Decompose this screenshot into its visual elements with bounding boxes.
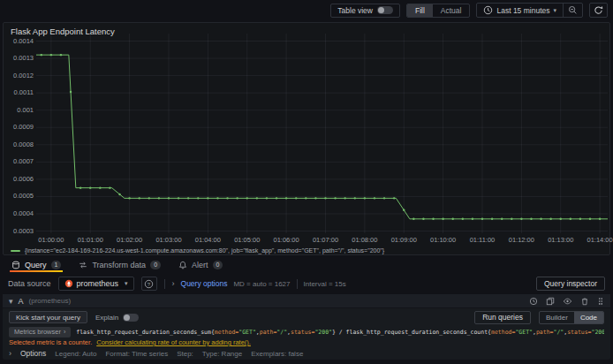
tab-alert-badge: 0 [213, 261, 223, 269]
y-tick-label: 0.0014 [4, 38, 34, 45]
table-view-toggle[interactable]: Table view [330, 4, 400, 18]
tab-alert-label: Alert [192, 261, 208, 269]
x-tick-label: 01:06:00 [267, 236, 306, 244]
datasource-help-button[interactable]: ? [141, 277, 157, 291]
hide-response-eye-icon[interactable] [563, 297, 572, 306]
prometheus-logo-icon [64, 279, 73, 288]
datasource-value: prometheus [77, 279, 119, 288]
chart-legend[interactable]: {instance="ec2-184-169-216-224.us-west-1… [11, 247, 384, 254]
datasource-row: Data source prometheus ▾ ? › Query optio… [3, 274, 610, 293]
builder-button[interactable]: Builder [540, 312, 574, 323]
tab-transform-badge: 0 [150, 261, 161, 269]
chevron-right-icon: › [9, 349, 11, 358]
y-tick-label: 0.0012 [4, 72, 34, 80]
x-tick-label: 01:03:00 [149, 236, 188, 244]
tab-query-badge: 1 [51, 261, 62, 269]
query-option-item: Legend: Auto [55, 350, 96, 358]
query-options-toggle[interactable]: › Query options MD = auto = 1627 Interva… [172, 279, 346, 289]
query-options-summary-row[interactable]: › Options Legend: AutoFormat: Time serie… [3, 347, 610, 360]
zoom-out-time-button[interactable] [563, 4, 582, 17]
duplicate-query-icon[interactable] [546, 297, 555, 306]
x-tick-label: 01:01:00 [71, 236, 110, 244]
explain-switch[interactable] [123, 314, 139, 322]
fill-button[interactable]: Fill [407, 4, 433, 17]
time-range-picker[interactable]: Last 15 minutes ▾ [477, 4, 563, 17]
transform-icon [79, 261, 87, 269]
builder-code-segment: Builder Code [539, 311, 604, 324]
x-tick-label: 01:05:00 [228, 236, 267, 244]
query-options-label: Query options [181, 279, 228, 288]
actual-button[interactable]: Actual [433, 4, 470, 17]
y-tick-label: 0.0003 [4, 228, 34, 235]
explain-label: Explain [95, 314, 118, 322]
tab-alert[interactable]: Alert 0 [178, 257, 223, 272]
chevron-down-icon: ▾ [125, 280, 128, 287]
query-options-items: Legend: AutoFormat: Time seriesStep:Type… [55, 350, 303, 358]
y-tick-label: 0.0013 [4, 55, 34, 62]
tab-query[interactable]: Query 1 [11, 257, 61, 272]
alert-bell-icon [178, 261, 187, 269]
legend-swatch [11, 250, 20, 252]
divider [297, 279, 298, 289]
query-option-item: Exemplars: false [251, 350, 303, 358]
tab-transform-data[interactable]: Transform data 0 [79, 257, 161, 272]
code-button[interactable]: Code [574, 312, 603, 323]
query-editor-card: ▾ A (prometheus) Kick start your query E… [3, 294, 610, 360]
max-data-points-value: MD = auto = 1627 [233, 280, 290, 288]
datasource-picker[interactable]: prometheus ▾ [58, 277, 134, 291]
edit-topbar: Table view Fill Actual Last 15 minutes ▾ [0, 0, 613, 20]
x-tick-label: 01:00:00 [32, 236, 71, 244]
warning-rate-link[interactable]: Consider calculating rate of counter by … [96, 338, 251, 346]
history-icon[interactable] [529, 297, 538, 306]
remove-query-trash-icon[interactable] [580, 297, 589, 306]
interval-value: Interval = 15s [304, 280, 346, 288]
query-icon [11, 261, 20, 269]
grafana-panel-edit-view: Table view Fill Actual Last 15 minutes ▾… [0, 0, 613, 364]
table-view-label: Table view [337, 6, 373, 15]
warning-text: Selected metric is a counter. [9, 338, 92, 346]
x-tick-label: 01:07:00 [306, 236, 344, 244]
chevron-down-icon: ▾ [9, 297, 13, 306]
promql-expression[interactable]: flask_http_request_duration_seconds_sum{… [76, 329, 604, 336]
explain-toggle[interactable]: Explain [95, 314, 139, 322]
y-tick-label: 0.0011 [4, 89, 34, 96]
divider [164, 279, 165, 289]
query-row-header[interactable]: ▾ A (prometheus) [3, 294, 610, 308]
options-label: Options [20, 349, 46, 358]
latency-chart[interactable]: 0.00140.00130.00120.00110.0010.00090.000… [4, 34, 609, 254]
y-tick-label: 0.0006 [4, 176, 34, 183]
latency-panel: Flask App Endpoint Latency 0.00140.00130… [3, 22, 610, 255]
x-tick-label: 01:08:00 [345, 236, 384, 244]
legend-label: {instance="ec2-184-169-216-224.us-west-1… [25, 247, 384, 254]
x-tick-label: 01:12:00 [502, 236, 541, 244]
counter-warning-row: Selected metric is a counter. Consider c… [3, 337, 610, 347]
query-ref-id: A [19, 297, 24, 306]
y-tick-label: 0.0008 [4, 141, 34, 148]
x-tick-label: 01:14:00 [580, 236, 613, 244]
query-option-item: Step: [177, 350, 193, 358]
query-option-item: Type: Range [202, 350, 242, 358]
latency-line-series [4, 34, 609, 235]
y-tick-label: 0.0007 [4, 158, 34, 165]
chevron-down-icon: ▾ [553, 7, 556, 14]
run-queries-button[interactable]: Run queries [474, 311, 531, 324]
query-datasource-hint: (prometheus) [29, 297, 72, 305]
magnifier-minus-icon [568, 5, 578, 15]
x-tick-label: 01:10:00 [424, 236, 463, 244]
x-tick-label: 01:13:00 [541, 236, 580, 244]
kick-start-query-button[interactable]: Kick start your query [9, 311, 87, 323]
refresh-icon [594, 5, 603, 15]
query-inspector-button[interactable]: Query inspector [536, 277, 605, 291]
table-view-switch[interactable] [377, 6, 393, 14]
x-tick-label: 01:04:00 [188, 236, 227, 244]
query-row-actions [529, 297, 604, 306]
drag-handle-icon[interactable] [597, 297, 604, 306]
metrics-browser-button[interactable]: Metrics browser › [9, 327, 71, 337]
chevron-right-icon: › [64, 329, 65, 335]
time-picker-group: Last 15 minutes ▾ [476, 3, 583, 18]
query-code-row: Metrics browser › flask_http_request_dur… [3, 326, 610, 337]
refresh-button[interactable] [589, 3, 608, 18]
y-tick-label: 0.0004 [4, 210, 34, 217]
x-tick-label: 01:09:00 [384, 236, 423, 244]
y-tick-label: 0.0005 [4, 193, 34, 200]
